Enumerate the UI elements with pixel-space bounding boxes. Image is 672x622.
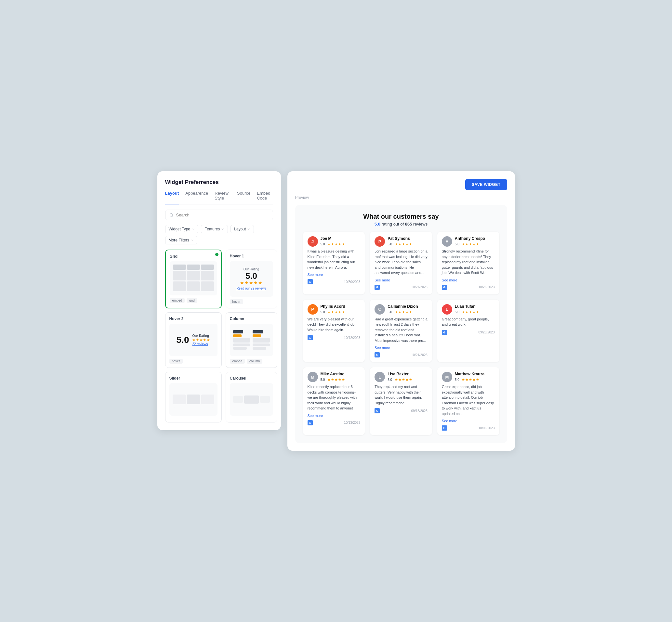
google-icon: G xyxy=(374,285,380,290)
tab-source[interactable]: Source xyxy=(237,191,250,204)
stars: ★★★★★ xyxy=(327,242,345,246)
widget-tags: hover xyxy=(169,359,217,364)
stars: ★★★★★ xyxy=(395,242,412,246)
avatar: P xyxy=(308,304,318,315)
widget-card-preview xyxy=(170,261,217,296)
review-date: 09/20/2023 xyxy=(478,331,495,334)
widget-grid: Grid xyxy=(165,250,273,422)
widget-card-title: Slider xyxy=(169,376,217,381)
read-reviews-link[interactable]: Read our 22 reviews xyxy=(236,287,266,290)
avatar: P xyxy=(374,236,385,247)
reviewer-info: Matthew Krauza 5.0 ★★★★★ xyxy=(455,372,484,382)
google-icon: G xyxy=(442,285,447,290)
review-text: They replaced my roof and gutters. Very … xyxy=(374,384,428,406)
google-icon: G xyxy=(442,425,447,430)
preview-review-count: 865 xyxy=(405,221,412,227)
avatar: L xyxy=(442,304,452,315)
see-more-link[interactable]: See more xyxy=(308,273,361,277)
save-widget-button[interactable]: SAVE WIDGET xyxy=(465,179,507,190)
chevron-down-icon xyxy=(191,239,194,242)
widget-card-preview: Our Rating 5.0 ★★★★★ Read our 22 reviews xyxy=(230,261,273,297)
review-header: P Phyllis Acord 5.0 ★★★★★ xyxy=(308,304,361,315)
col-mini-left xyxy=(233,330,250,350)
reviewer-score: 5.0 xyxy=(455,310,459,314)
reviewer-name: Joe M xyxy=(321,236,345,241)
review-card: M Matthew Krauza 5.0 ★★★★★ Great experie… xyxy=(437,367,499,435)
review-date: 10/12/2023 xyxy=(344,336,360,340)
col-mini-right xyxy=(253,330,270,350)
search-input[interactable] xyxy=(176,212,269,217)
filters-row: Widget Type Features Layout More Filters xyxy=(165,225,273,244)
see-more-link[interactable]: See more xyxy=(374,346,428,350)
review-header: M Matthew Krauza 5.0 ★★★★★ xyxy=(442,372,495,382)
see-more-link[interactable]: See more xyxy=(442,419,495,423)
widget-card-preview xyxy=(230,383,273,416)
review-text: Great company, great people, and great w… xyxy=(442,316,495,327)
widget-card-title: Column xyxy=(230,316,273,321)
preview-main-heading: What our customers say xyxy=(303,213,499,220)
right-panel-header: SAVE WIDGET xyxy=(295,179,507,190)
widget-card-slider[interactable]: Slider xyxy=(165,372,222,422)
review-card: J Joe M 5.0 ★★★★★ It was a pleasure deal… xyxy=(303,232,365,295)
preview-rating-value: 5.0 xyxy=(374,221,380,227)
preview-label: Preview xyxy=(295,195,507,200)
tag-hover: hover xyxy=(169,359,183,364)
tab-review-style[interactable]: Review Style xyxy=(214,191,231,204)
stars: ★★★★★ xyxy=(327,378,345,382)
review-date: 10/27/2023 xyxy=(411,285,428,289)
review-text: We are very pleased with our deck! They … xyxy=(308,316,361,333)
features-filter[interactable]: Features xyxy=(201,225,228,233)
widget-card-column[interactable]: Column xyxy=(226,312,277,368)
stars: ★★★★★ xyxy=(462,378,479,382)
widget-card-hover1[interactable]: Hover 1 Our Rating 5.0 ★★★★★ Read our 22… xyxy=(226,250,277,308)
reviewer-score: 5.0 xyxy=(321,378,325,382)
more-filters-filter[interactable]: More Filters xyxy=(165,236,197,244)
review-footer: G 10/30/2023 xyxy=(308,279,361,284)
see-more-link[interactable]: See more xyxy=(308,414,361,418)
reviewer-rating: 5.0 ★★★★★ xyxy=(321,309,345,315)
tab-layout[interactable]: Layout xyxy=(165,191,179,204)
reviewer-rating: 5.0 ★★★★★ xyxy=(455,376,484,382)
review-date: 10/30/2023 xyxy=(344,280,360,284)
features-label: Features xyxy=(204,227,220,231)
reviews-link[interactable]: 22 reviews xyxy=(192,342,210,346)
tab-embed-code[interactable]: Embed Code xyxy=(257,191,273,204)
layout-label: Layout xyxy=(234,227,246,231)
reviewer-score: 5.0 xyxy=(388,242,392,246)
search-icon xyxy=(169,213,174,217)
google-icon: G xyxy=(308,335,313,340)
stars: ★★★★★ xyxy=(462,310,479,314)
preview-rating-text: rating out of xyxy=(382,221,405,227)
reviews-grid: J Joe M 5.0 ★★★★★ It was a pleasure deal… xyxy=(303,232,499,435)
review-footer: G 09/18/2023 xyxy=(374,408,428,413)
reviewer-score: 5.0 xyxy=(388,378,392,382)
avatar: J xyxy=(308,236,318,247)
reviewer-name: Matthew Krauza xyxy=(455,372,484,376)
our-rating-sm: Our Rating xyxy=(192,334,210,338)
see-more-link[interactable]: See more xyxy=(442,278,495,282)
reviewer-info: Calliannie Dixon 5.0 ★★★★★ xyxy=(388,304,418,315)
reviewer-score: 5.0 xyxy=(455,378,459,382)
preview-rating-info: 5.0 rating out of 865 reviews xyxy=(303,221,499,227)
stars: ★★★★★ xyxy=(327,310,345,314)
review-date: 10/13/2023 xyxy=(344,421,360,424)
tag-column: column xyxy=(247,359,262,364)
review-card: P Pat Symons 5.0 ★★★★★ Joni repaired a l… xyxy=(370,232,432,295)
stars: ★★★★★ xyxy=(395,310,412,314)
hover1-preview: Our Rating 5.0 ★★★★★ Read our 22 reviews xyxy=(233,264,270,293)
hover2-big-rating: 5.0 xyxy=(176,335,189,345)
chevron-down-icon xyxy=(247,228,250,231)
widget-card-grid[interactable]: Grid xyxy=(165,250,222,308)
reviewer-info: Lisa Baxter 5.0 ★★★★★ xyxy=(388,372,412,382)
review-header: M Mike Austing 5.0 ★★★★★ xyxy=(308,372,361,382)
layout-filter[interactable]: Layout xyxy=(231,225,254,233)
selected-indicator xyxy=(215,253,219,256)
widget-card-hover2[interactable]: Hover 2 5.0 Our Rating ★★★★★ 22 reviews … xyxy=(165,312,222,368)
tab-appearance[interactable]: Appearence xyxy=(185,191,208,204)
column-preview xyxy=(233,330,270,350)
reviewer-name: Lisa Baxter xyxy=(388,372,412,376)
see-more-link[interactable]: See more xyxy=(374,278,428,282)
google-icon: G xyxy=(374,352,380,357)
widget-card-carousel[interactable]: Carousel xyxy=(226,372,277,422)
widget-type-filter[interactable]: Widget Type xyxy=(165,225,198,233)
